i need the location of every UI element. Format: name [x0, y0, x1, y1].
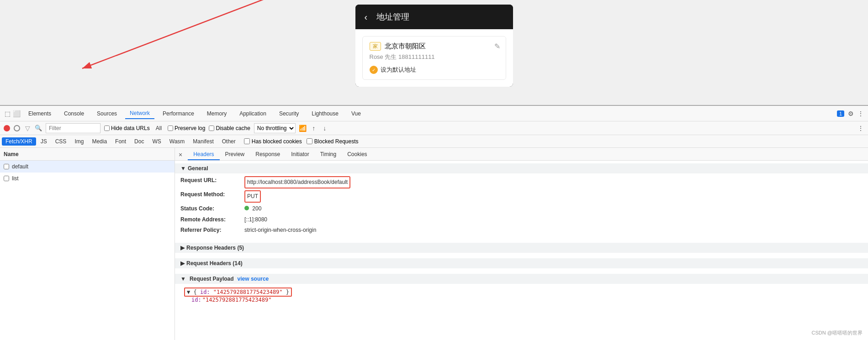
referrer-policy-key: Referrer Policy:: [180, 226, 244, 235]
type-wasm[interactable]: Wasm: [166, 137, 189, 146]
request-headers-title: Request Headers (14): [186, 260, 243, 267]
preserve-log-label: Preserve log: [175, 125, 205, 131]
request-headers-header[interactable]: ▶ Request Headers (14): [175, 258, 868, 268]
device-icon[interactable]: ⬜: [13, 110, 20, 117]
stop-icon[interactable]: [14, 125, 20, 131]
details-tab-headers[interactable]: Headers: [188, 149, 219, 160]
request-headers-section: ▶ Request Headers (14): [175, 256, 868, 271]
tab-elements[interactable]: Elements: [24, 109, 56, 119]
download-icon[interactable]: ↓: [321, 125, 328, 132]
devtools-right-icons: 1 ⚙ ⋮: [837, 110, 864, 117]
svg-line-1: [82, 0, 302, 68]
response-headers-title: Response Headers (5): [186, 245, 244, 251]
request-url-val: http://localhost:8080/addressBook/defaul…: [244, 176, 350, 188]
type-ws[interactable]: WS: [148, 137, 164, 146]
type-manifest[interactable]: Manifest: [189, 137, 217, 146]
upload-icon[interactable]: ↑: [310, 125, 318, 132]
type-other[interactable]: Other: [218, 137, 239, 146]
details-tab-cookies[interactable]: Cookies: [342, 149, 372, 160]
details-tab-preview[interactable]: Preview: [220, 149, 250, 160]
request-url-key: Request URL:: [180, 176, 244, 188]
tab-security[interactable]: Security: [275, 109, 303, 119]
devtools-panel: ⬚ ⬜ Elements Console Sources Network Per…: [0, 105, 868, 340]
type-font[interactable]: Font: [111, 137, 130, 146]
tab-vue[interactable]: Vue: [347, 109, 365, 119]
address-contact: Rose 先生 18811111111: [370, 53, 499, 61]
file-list-header: Name: [0, 148, 175, 161]
type-css[interactable]: CSS: [52, 137, 70, 146]
toolbar-icons: ⬚ ⬜: [4, 110, 20, 117]
address-card: 家 北京市朝阳区 Rose 先生 18811111111 ✎ 设为默认地址: [362, 36, 506, 80]
collapse-request-icon: ▶: [180, 260, 185, 267]
response-headers-header[interactable]: ▶ Response Headers (5): [175, 243, 868, 253]
file-item-list[interactable]: list: [0, 173, 175, 184]
watermark: CSDN @嗒嗒嗒的世界: [812, 330, 863, 336]
details-panel: × Headers Preview Response Initiator Tim…: [175, 148, 868, 340]
request-payload-title: Request Payload: [190, 276, 234, 282]
more-icon[interactable]: ⋮: [857, 110, 864, 117]
tab-lighthouse[interactable]: Lighthouse: [307, 109, 343, 119]
url-highlight-box: http://localhost:8080/addressBook/defaul…: [244, 176, 350, 188]
type-media[interactable]: Media: [88, 137, 111, 146]
devtools-main-area: Name default list × Headers Preview Resp…: [0, 148, 868, 340]
file-name-list: list: [12, 175, 19, 182]
close-details-button[interactable]: ×: [175, 149, 186, 160]
filter-bar: ▽ 🔍 Hide data URLs All Preserve log Disa…: [0, 121, 868, 135]
filter-all[interactable]: All: [153, 125, 164, 132]
collapse-payload-icon: ▼: [180, 276, 186, 282]
tab-application[interactable]: Application: [235, 109, 271, 119]
details-tab-response[interactable]: Response: [250, 149, 286, 160]
has-blocked-cookies[interactable]: Has blocked cookies: [244, 138, 302, 145]
request-payload-section: ▼ Request Payload view source ▼ { id: "1…: [175, 271, 868, 309]
view-source-link[interactable]: view source: [238, 276, 269, 282]
general-title: General: [188, 165, 208, 172]
json-highlight-outer: ▼ { id: "1425792881775423489" }: [184, 288, 292, 297]
back-arrow-icon[interactable]: ‹: [365, 12, 368, 22]
hide-data-urls-checkbox[interactable]: Hide data URLs: [104, 125, 150, 131]
tab-network[interactable]: Network: [125, 108, 154, 119]
blocked-requests-label: Blocked Requests: [314, 138, 359, 145]
json-inner-line: id: "1425792881775423489": [191, 297, 859, 303]
type-filter-bar: Fetch/XHR JS CSS Img Media Font Doc WS W…: [0, 135, 868, 148]
details-tab-timing[interactable]: Timing: [315, 149, 342, 160]
tab-console[interactable]: Console: [59, 109, 89, 119]
request-url-row: Request URL: http://localhost:8080/addre…: [180, 175, 863, 189]
devtools-tabs-bar: ⬚ ⬜ Elements Console Sources Network Per…: [0, 106, 868, 121]
throttle-select[interactable]: No throttling: [254, 123, 296, 133]
general-section-header[interactable]: ▼ General: [175, 163, 868, 173]
status-code-val: 200: [244, 204, 261, 213]
tab-memory[interactable]: Memory: [202, 109, 231, 119]
blocked-requests[interactable]: Blocked Requests: [307, 138, 359, 145]
tab-performance[interactable]: Performance: [158, 109, 199, 119]
response-headers-section: ▶ Response Headers (5): [175, 240, 868, 256]
default-button[interactable]: 设为默认地址: [370, 66, 499, 74]
type-js[interactable]: JS: [37, 137, 51, 146]
file-checkbox-list[interactable]: [4, 176, 9, 181]
tab-sources[interactable]: Sources: [92, 109, 122, 119]
request-payload-content: ▼ { id: "1425792881775423489" } id: "142…: [175, 284, 868, 307]
preserve-log-checkbox[interactable]: Preserve log: [168, 125, 205, 131]
type-doc[interactable]: Doc: [131, 137, 148, 146]
type-img[interactable]: Img: [71, 137, 87, 146]
payload-header-content: ▼ Request Payload view source: [180, 276, 269, 282]
request-method-val: PUT: [244, 190, 261, 203]
settings-icon[interactable]: ⚙: [847, 110, 854, 117]
disable-cache-checkbox[interactable]: Disable cache: [209, 125, 250, 131]
file-checkbox-default[interactable]: [4, 164, 9, 169]
type-fetch-xhr[interactable]: Fetch/XHR: [2, 137, 36, 146]
filter-input[interactable]: [46, 123, 101, 133]
search-icon[interactable]: 🔍: [35, 125, 42, 132]
record-icon[interactable]: [4, 125, 10, 131]
cursor-icon[interactable]: ⬚: [4, 110, 11, 117]
wifi-icon[interactable]: 📶: [299, 125, 307, 132]
general-section: ▼ General Request URL: http://localhost:…: [175, 161, 868, 240]
filter-icon[interactable]: ▽: [24, 125, 31, 132]
edit-icon[interactable]: ✎: [494, 42, 500, 51]
more-filter-icon[interactable]: ⋮: [857, 125, 864, 132]
file-item-default[interactable]: default: [0, 161, 175, 173]
details-tab-initiator[interactable]: Initiator: [286, 149, 314, 160]
request-payload-header[interactable]: ▼ Request Payload view source: [175, 274, 868, 284]
status-code-number: 200: [252, 205, 261, 212]
details-tabs-bar: × Headers Preview Response Initiator Tim…: [175, 148, 868, 161]
request-method-key: Request Method:: [180, 190, 244, 203]
